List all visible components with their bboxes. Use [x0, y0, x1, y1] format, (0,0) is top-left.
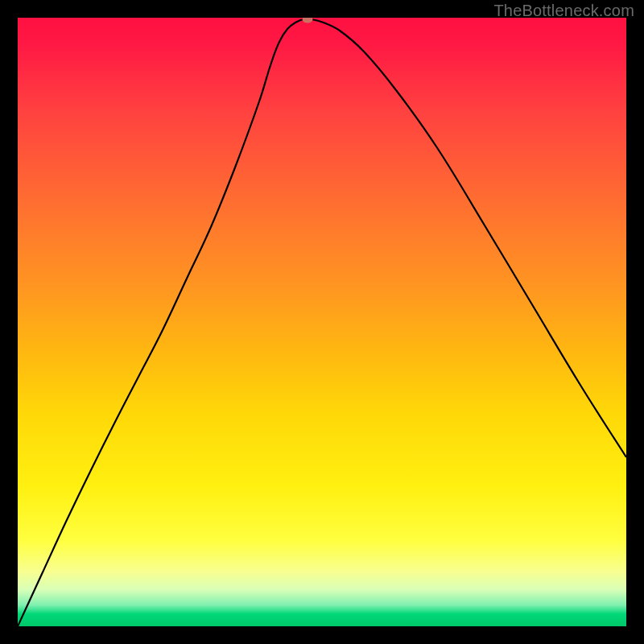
- bottleneck-curve: [18, 18, 626, 626]
- curve-path: [18, 19, 626, 626]
- chart-frame: TheBottleneck.com: [0, 0, 644, 644]
- plot-area: [18, 18, 626, 626]
